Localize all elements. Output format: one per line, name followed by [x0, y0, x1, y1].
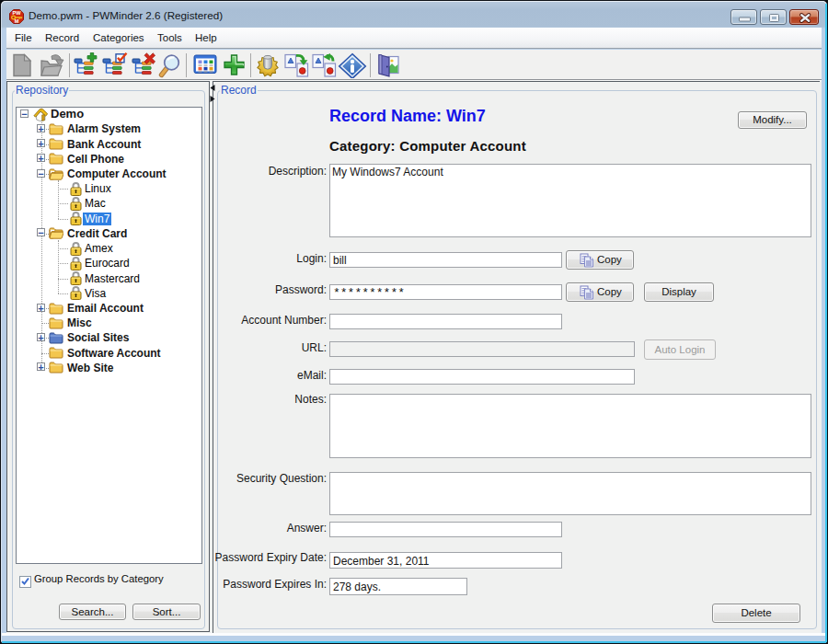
svg-text:M: M — [15, 18, 19, 24]
svg-text:PW: PW — [12, 10, 21, 16]
